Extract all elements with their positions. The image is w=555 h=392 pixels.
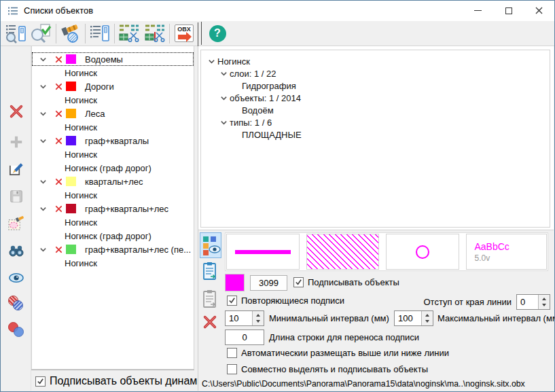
save-list-button[interactable] bbox=[7, 187, 25, 205]
list-subitem[interactable]: Ногинск bbox=[32, 66, 194, 79]
joint-sign-checkbox[interactable]: Совместно выделять и подписывать объекты bbox=[227, 364, 428, 374]
checkbox-box[interactable] bbox=[227, 364, 237, 374]
help-button[interactable]: ? bbox=[204, 22, 230, 45]
object-code-button[interactable]: 3099 bbox=[250, 275, 287, 291]
remove-item-icon[interactable] bbox=[53, 178, 64, 185]
chevron-down-icon[interactable] bbox=[38, 110, 48, 118]
tree-node[interactable]: ПЛОЩАДНЫЕ bbox=[201, 128, 550, 141]
auto-place-checkbox[interactable]: Автоматическии размещать выше или ниже л… bbox=[227, 348, 449, 358]
object-list-view-button[interactable] bbox=[87, 22, 113, 45]
spinner-arrows[interactable] bbox=[252, 311, 264, 325]
list-subitem[interactable]: Ногинск bbox=[32, 93, 194, 107]
chevron-down-icon[interactable] bbox=[38, 137, 48, 145]
list-item-label: Леса bbox=[85, 109, 105, 119]
tree-node[interactable]: Гидрография bbox=[201, 79, 550, 92]
chevron-down-icon[interactable] bbox=[38, 205, 48, 213]
list-item[interactable]: Леса bbox=[32, 107, 194, 120]
chevron-down-icon[interactable] bbox=[38, 56, 48, 63]
font-size-label: 5.0v bbox=[475, 253, 490, 263]
list-subitem[interactable]: Ногинск bbox=[32, 256, 194, 270]
chevron-down-icon[interactable] bbox=[38, 246, 48, 253]
checkbox-box[interactable] bbox=[227, 348, 237, 358]
list-subitem-label: Ногинск bbox=[65, 149, 97, 160]
close-button[interactable] bbox=[524, 1, 554, 20]
list-subitem-label: Ногинск bbox=[65, 258, 97, 268]
list-item[interactable]: граф+кварталы+лес bbox=[32, 202, 194, 215]
remove-item-icon[interactable] bbox=[53, 205, 64, 213]
tree-node[interactable]: Водоём bbox=[201, 104, 550, 116]
remove-item-icon[interactable] bbox=[53, 246, 64, 253]
tree-node[interactable]: типы: 1 / 6 bbox=[201, 116, 550, 128]
spinner-arrows[interactable] bbox=[421, 311, 433, 325]
paste-list-button[interactable] bbox=[201, 289, 219, 309]
list-subitem[interactable]: Ногинск bbox=[32, 120, 194, 134]
list-subitem[interactable]: Ногинск bbox=[32, 147, 194, 161]
chevron-down-icon[interactable] bbox=[217, 119, 230, 126]
eye-icon bbox=[209, 245, 221, 254]
overlap-solid-button[interactable] bbox=[7, 320, 25, 338]
remove-item-icon[interactable] bbox=[53, 110, 64, 118]
chevron-down-icon[interactable] bbox=[205, 58, 217, 65]
legend-view-button[interactable] bbox=[200, 232, 221, 258]
add-list-button[interactable] bbox=[7, 132, 25, 151]
export-obx-button[interactable]: OBX bbox=[171, 22, 197, 45]
line-style-preview[interactable] bbox=[226, 234, 300, 270]
wrap-length-field[interactable]: 0 bbox=[225, 329, 264, 345]
chevron-down-icon[interactable] bbox=[217, 94, 230, 102]
point-style-preview[interactable] bbox=[386, 234, 459, 270]
list-item[interactable]: граф+кварталы bbox=[32, 134, 194, 147]
tree-node[interactable]: объекты: 1 / 2014 bbox=[201, 92, 550, 104]
fill-style-preview[interactable] bbox=[306, 234, 380, 270]
select-area-flashlight-button[interactable] bbox=[7, 214, 25, 232]
minimize-button[interactable] bbox=[463, 1, 493, 20]
delete-list-button[interactable] bbox=[7, 102, 25, 120]
list-item[interactable]: граф+кварталы+лес (пе... bbox=[32, 243, 194, 256]
list-subitem[interactable]: Ногинск bbox=[32, 215, 194, 229]
clipboard-paste-icon bbox=[202, 289, 218, 308]
text-style-preview[interactable]: AaBbCc 5.0v bbox=[466, 234, 548, 270]
color-swatch bbox=[66, 109, 76, 118]
maximize-button[interactable] bbox=[493, 1, 524, 20]
overlap-hatched-button[interactable] bbox=[7, 293, 25, 312]
list-item-label: Дороги bbox=[85, 82, 114, 92]
remove-item-icon[interactable] bbox=[53, 83, 64, 90]
tree-node-label: Гидрография bbox=[242, 81, 296, 91]
legend-square-orange bbox=[203, 243, 209, 249]
chevron-down-icon[interactable] bbox=[38, 178, 48, 185]
repeat-labels-checkbox[interactable]: Повторяющиеся подписи bbox=[227, 296, 344, 306]
copy-list-button[interactable] bbox=[201, 261, 219, 281]
remove-item-icon[interactable] bbox=[53, 137, 64, 145]
max-interval-spinner[interactable]: 100 bbox=[394, 310, 433, 326]
confirm-object-list-button[interactable] bbox=[29, 22, 54, 45]
window-title: Списки объектов bbox=[24, 5, 93, 16]
list-subitem[interactable]: Ногинск bbox=[32, 188, 194, 202]
spinner-arrows[interactable] bbox=[538, 295, 550, 309]
visibility-eye-button[interactable] bbox=[7, 268, 25, 287]
tree-node[interactable]: Ногинск bbox=[201, 55, 550, 67]
clear-label-button[interactable] bbox=[201, 312, 219, 332]
list-subitem[interactable]: Ногинск (граф дорог) bbox=[32, 229, 194, 243]
cut-objects-button[interactable] bbox=[116, 22, 142, 45]
checkbox-box[interactable] bbox=[293, 277, 304, 287]
edit-list-button[interactable] bbox=[7, 160, 25, 179]
checkbox-box[interactable] bbox=[227, 296, 237, 306]
list-subitem[interactable]: Ногинск (граф дорог) bbox=[32, 161, 194, 175]
checkbox-box[interactable] bbox=[35, 376, 46, 387]
list-item[interactable]: кварталы+лес bbox=[32, 175, 194, 188]
chevron-down-icon[interactable] bbox=[217, 70, 230, 77]
edge-offset-spinner[interactable]: 0 bbox=[516, 294, 550, 310]
find-object-list-button[interactable] bbox=[3, 22, 29, 45]
label-color-swatch[interactable] bbox=[225, 274, 245, 291]
cut-objects-split-button[interactable] bbox=[142, 22, 168, 45]
list-item[interactable]: Водоемы bbox=[32, 52, 194, 66]
tree-node[interactable]: слои: 1 / 22 bbox=[201, 67, 550, 79]
remove-item-icon[interactable] bbox=[53, 56, 64, 63]
list-item[interactable]: Дороги bbox=[32, 79, 194, 93]
sign-objects-checkbox[interactable]: Подписывать объекты bbox=[293, 277, 399, 287]
flashlight-select-button[interactable] bbox=[58, 22, 84, 45]
title-bar[interactable]: Списки объектов bbox=[1, 1, 554, 21]
min-interval-spinner[interactable]: 10 bbox=[225, 310, 264, 326]
chevron-down-icon[interactable] bbox=[38, 83, 48, 90]
wrap-length-label: Длина строки для переноса подписи bbox=[269, 332, 419, 342]
find-binoculars-button[interactable] bbox=[7, 241, 25, 260]
